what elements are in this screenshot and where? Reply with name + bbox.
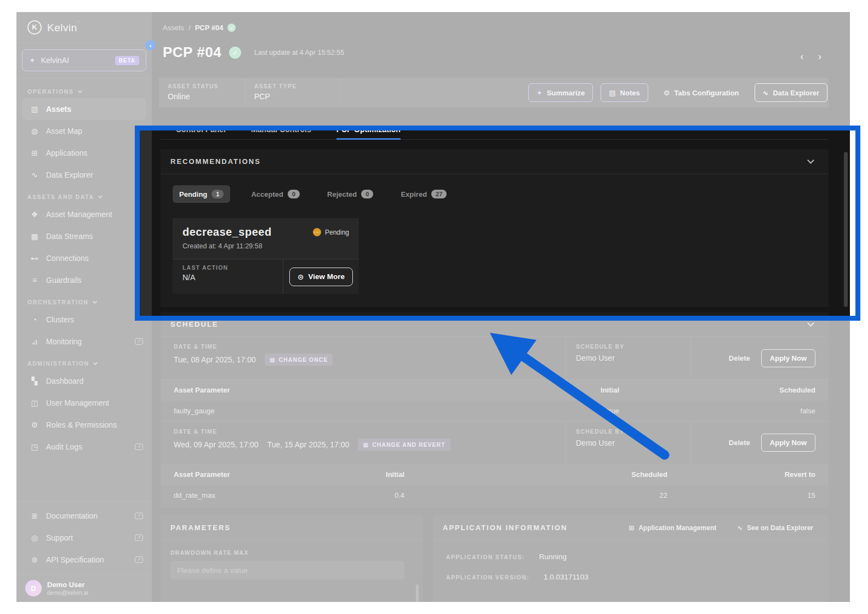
apply-now-button[interactable]: Apply Now [761,434,815,452]
application-information-panel: APPLICATION INFORMATION ⊞ Application Ma… [433,515,829,602]
drawdown-rate-max-input[interactable] [170,561,404,579]
tab-manual-controls[interactable]: Manual Controls [251,125,311,139]
sidebar-item-support[interactable]: ◎ Support ↗ [16,527,152,549]
sidebar-item-applications[interactable]: ⊞ Applications [16,142,152,164]
breadcrumb-assets[interactable]: Assets [163,24,184,32]
recommendation-card: decrease_speed ··· Pending Created at: 4… [173,218,359,294]
last-action-cell: LAST ACTION N/A [173,259,283,294]
external-link-icon: ↗ [135,444,143,450]
parameters-scrollbar[interactable] [416,584,419,602]
schedule2-table-row: dd_rate_max 0.4 22 15 [161,485,829,505]
sidebar-item-kelvinai[interactable]: ✦ KelvinAI BETA [22,49,146,71]
collapse-chevron-icon[interactable] [807,157,814,164]
asset-status-label: ASSET STATUS [168,83,245,89]
sidebar-collapse-button[interactable]: ‹ [145,40,156,50]
sidebar-item-monitoring[interactable]: ⊿ Monitoring ↗ [16,331,152,353]
asset-type-cell: ASSET TYPE PCP [245,78,340,107]
recommendations-header: RECOMMENDATIONS [161,149,829,174]
see-on-data-explorer-link[interactable]: ∿ See on Data Explorer [737,524,813,532]
prev-asset-button[interactable]: ‹ [800,50,803,62]
section-administration[interactable]: ADMINISTRATION [16,353,152,370]
breadcrumb-current: PCP #04 [195,24,224,32]
calendar-icon: ▦ [363,441,369,448]
next-asset-button[interactable]: › [818,50,821,62]
parameter-name: faulty_gauge [174,407,510,415]
data-explorer-button[interactable]: ∿ Data Explorer [755,83,827,102]
initial-value: true [510,407,619,415]
application-information-header: APPLICATION INFORMATION ⊞ Application Ma… [433,515,829,541]
kelvinai-label: KelvinAI [41,56,110,65]
apply-now-button[interactable]: Apply Now [761,349,815,367]
sidebar-item-roles-permissions[interactable]: ⚙ Roles & Permissions [16,414,152,436]
dashboard-icon: ▚ [30,377,39,385]
sidebar-item-data-explorer[interactable]: ∿ Data Explorer [16,164,152,186]
title-row: PCP #04 ✓ Last update at 4 Apr 15:52:55 [163,44,344,61]
sidebar-item-guardrails[interactable]: ≡ Guardrails [16,269,152,291]
collapse-chevron-icon[interactable] [807,320,814,327]
application-management-link[interactable]: ⊞ Application Management [629,524,716,532]
tab-bar: Control Panel Manual Controls PCP Optimi… [161,125,829,140]
sidebar-item-assets[interactable]: ▥ Assets [22,98,146,120]
schedule-entry-1: DATE & TIME Tue, 08 Apr 2025, 17:00 ▦ CH… [161,337,829,379]
application-status-row: APPLICATION STATUS: Running [433,553,829,561]
sidebar-item-user-management[interactable]: ◫ User Management [16,392,152,414]
filter-rejected[interactable]: Rejected 0 [321,185,380,203]
avatar: D [25,580,42,596]
notes-button[interactable]: ▤ Notes [601,83,648,102]
change-and-revert-badge: ▦ CHANGE AND REVERT [358,439,450,451]
chevron-down-icon [93,361,97,365]
last-action-value: N/A [182,273,283,282]
view-more-button[interactable]: ⊙ View More [289,268,353,286]
connections-icon: ⊷ [30,254,39,263]
schedule1-by: Demo User [576,354,690,362]
brand-logo[interactable]: K Kelvin [16,12,152,43]
summarize-button[interactable]: ✦ Summarize [528,83,593,102]
kelvinai-row: ✦ KelvinAI BETA [16,43,152,78]
pending-count-badge: 1 [212,190,224,198]
schedule1-table-header: Asset Parameter Initial Scheduled [161,379,829,400]
waveform-icon: ∿ [737,524,743,532]
section-orchestration[interactable]: ORCHESTRATION [16,291,152,309]
expired-count-badge: 27 [431,190,447,198]
filter-expired[interactable]: Expired 27 [394,185,453,203]
scheduled-value: false [619,407,815,415]
schedule-title: SCHEDULE [170,320,219,328]
chevron-down-icon [92,299,96,304]
user-profile[interactable]: D Demo User demo@kelvin.ai [16,574,152,602]
tabs-configuration-button[interactable]: ⚙ Tabs Configuration [656,83,747,102]
delete-button[interactable]: Delete [729,439,750,447]
application-status-value: Running [539,553,567,561]
tab-pcp-optimization[interactable]: PCP Optimization [336,125,401,139]
section-operations[interactable]: OPERATIONS [16,81,152,98]
status-check-icon: ✓ [227,24,236,32]
parameters-panel: PARAMETERS DRAWDOWN RATE MAX [161,515,423,602]
main-scrollbar[interactable] [844,152,848,307]
sidebar-item-clusters[interactable]: ◔ Clusters [16,309,152,331]
sidebar-item-api-specification[interactable]: ⊚ API Specification ↗ [16,549,152,571]
sidebar-item-data-streams[interactable]: ▦ Data Streams [16,225,152,247]
document-icon: ≣ [30,511,39,520]
tab-control-panel[interactable]: Control Panel [176,125,226,139]
sidebar-item-documentation[interactable]: ≣ Documentation ↗ [16,505,152,527]
beta-badge: BETA [115,56,139,65]
change-once-badge: ▦ CHANGE ONCE [265,354,333,366]
filter-accepted[interactable]: Accepted 0 [244,185,306,203]
asset-status-cell: ASSET STATUS Online [159,78,245,107]
external-link-icon: ↗ [135,513,143,519]
recommendations-title: RECOMMENDATIONS [170,157,261,166]
sidebar-item-asset-management[interactable]: ❖ Asset Management [16,203,152,225]
filter-pending[interactable]: Pending 1 [173,185,230,203]
person-gear-icon: ⚙ [30,420,39,429]
sidebar-item-connections[interactable]: ⊷ Connections [16,247,152,269]
delete-button[interactable]: Delete [729,354,750,362]
globe-icon: ◍ [30,127,39,135]
sidebar-item-audit-logs[interactable]: ◳ Audit Logs ↗ [16,436,152,458]
notes-icon: ▤ [609,89,615,97]
schedule-entry-2: DATE & TIME Wed, 09 Apr 2025, 17:00 Tue,… [161,421,829,464]
sidebar-item-dashboard[interactable]: ▚ Dashboard [16,370,152,392]
sidebar-item-asset-map[interactable]: ◍ Asset Map [16,120,152,142]
section-assets-and-data[interactable]: ASSETS AND DATA [16,186,152,203]
sparkle-icon: ✦ [29,56,36,65]
external-link-icon: ↗ [135,535,143,541]
gear-icon: ⚙ [664,89,670,97]
